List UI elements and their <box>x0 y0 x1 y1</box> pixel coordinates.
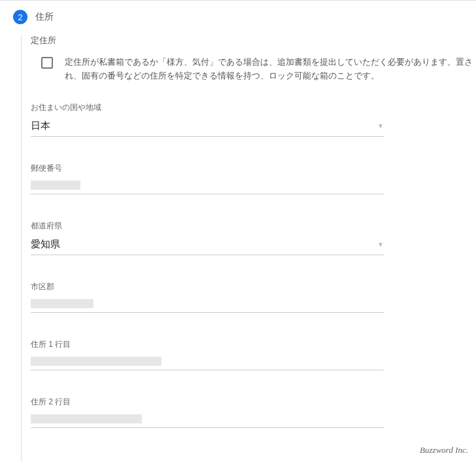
postal-value-redacted <box>31 181 80 190</box>
po-box-checkbox-row: 定住所が私書箱であるか「様方、気付」である場合は、追加書類を提出していただく必要… <box>31 56 476 99</box>
city-input[interactable] <box>31 296 384 313</box>
permanent-address-label: 定住所 <box>31 35 476 46</box>
line2-label: 住所 2 行目 <box>31 397 476 408</box>
po-box-checkbox-text: 定住所が私書箱であるか「様方、気付」である場合は、追加書類を提出していただく必要… <box>65 56 476 84</box>
watermark: Buzzword Inc. <box>420 445 468 455</box>
city-label: 市区郡 <box>31 281 476 293</box>
po-box-checkbox[interactable] <box>41 57 53 69</box>
field-line1: 住所 1 行目 <box>31 336 476 394</box>
prefecture-label: 都道府県 <box>31 221 476 232</box>
prefecture-value: 愛知県 <box>31 238 60 251</box>
line1-input[interactable] <box>31 354 384 370</box>
field-line2: 住所 2 行目 <box>31 394 476 452</box>
postal-label: 郵便番号 <box>31 163 476 174</box>
field-country: お住まいの国や地域 日本 ▼ <box>31 99 476 160</box>
line1-value-redacted <box>31 357 162 366</box>
section-title: 住所 <box>35 11 54 23</box>
section-header: 2 住所 <box>0 1 476 31</box>
line1-label: 住所 1 行目 <box>31 339 476 350</box>
city-value-redacted <box>31 299 94 308</box>
line2-input[interactable] <box>31 412 384 428</box>
country-select[interactable]: 日本 ▼ <box>31 117 384 137</box>
prefecture-select[interactable]: 愛知県 ▼ <box>31 236 384 255</box>
field-city: 市区郡 <box>31 279 476 336</box>
chevron-down-icon: ▼ <box>377 241 384 248</box>
country-label: お住まいの国や地域 <box>31 102 476 113</box>
country-value: 日本 <box>31 120 50 132</box>
field-postal: 郵便番号 <box>31 160 476 218</box>
field-prefecture: 都道府県 愛知県 ▼ <box>31 218 476 279</box>
postal-input[interactable] <box>31 178 384 194</box>
chevron-down-icon: ▼ <box>377 122 384 130</box>
line2-value-redacted <box>31 414 142 423</box>
step-badge: 2 <box>13 10 27 24</box>
section-body: 定住所 定住所が私書箱であるか「様方、気付」である場合は、追加書類を提出していた… <box>21 35 476 462</box>
